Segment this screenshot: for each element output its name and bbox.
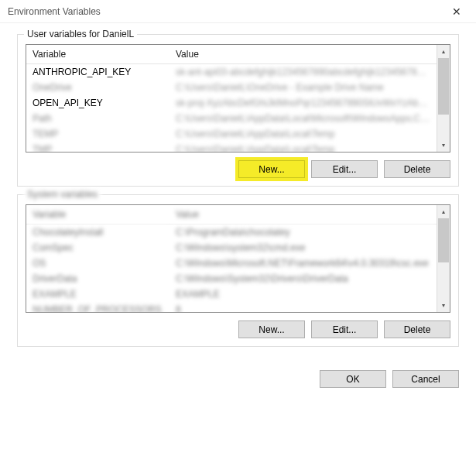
row-value: 8 <box>170 302 437 312</box>
system-variables-table-wrap: Variable Value ChocolateyInstallC:\Progr… <box>26 204 450 313</box>
user-variables-group: User variables for DanielL Variable Valu… <box>17 34 459 187</box>
table-row[interactable]: NUMBER_OF_PROCESSORS8 <box>26 302 437 312</box>
table-row[interactable]: OPEN_API_KEYsk-proj-XyzAbcDefGhiJklMnoPq… <box>26 95 437 111</box>
row-value: sk-proj-XyzAbcDefGhiJklMnoPqr1234567890S… <box>170 95 437 111</box>
table-row[interactable]: EXAMPLEEXAMPLE <box>26 286 437 302</box>
cancel-button[interactable]: Cancel <box>392 370 459 388</box>
system-delete-button[interactable]: Delete <box>384 320 450 338</box>
system-scrollbar[interactable]: ▴ ▾ <box>437 205 450 312</box>
column-header-variable[interactable]: Variable <box>26 205 170 224</box>
row-variable: DriverData <box>26 271 170 286</box>
table-row[interactable]: ChocolateyInstallC:\ProgramData\chocolat… <box>26 224 437 241</box>
row-value: C:\ProgramData\chocolatey <box>170 224 437 241</box>
scroll-thumb[interactable] <box>438 218 449 262</box>
row-variable: Path <box>26 111 170 126</box>
system-variables-table: Variable Value ChocolateyInstallC:\Progr… <box>26 205 437 312</box>
row-variable: NUMBER_OF_PROCESSORS <box>26 302 170 312</box>
table-row[interactable]: ANTHROPIC_API_KEYsk-ant-api03-abcdefghij… <box>26 64 437 81</box>
close-icon: ✕ <box>452 5 461 18</box>
row-variable: ANTHROPIC_API_KEY <box>26 64 170 81</box>
row-value: C:\Windows\System32\Drivers\DriverData <box>170 271 437 286</box>
system-edit-button[interactable]: Edit... <box>311 320 378 338</box>
user-variables-table-wrap: Variable Value ANTHROPIC_API_KEYsk-ant-a… <box>26 44 450 153</box>
row-value: C:\Users\DanielL\AppData\Local\Temp <box>170 126 437 142</box>
scroll-up-icon[interactable]: ▴ <box>437 45 450 58</box>
row-variable: TMP <box>26 142 170 152</box>
scroll-thumb[interactable] <box>438 58 449 115</box>
titlebar: Environment Variables ✕ <box>0 0 476 23</box>
row-value: C:\Windows\system32\cmd.exe <box>170 240 437 255</box>
system-button-row: New... Edit... Delete <box>26 320 450 338</box>
row-variable: OPEN_API_KEY <box>26 95 170 111</box>
table-row[interactable]: TMPC:\Users\DanielL\AppData\Local\Temp <box>26 142 437 152</box>
table-row[interactable]: PathC:\Users\DanielL\AppData\Local\Micro… <box>26 111 437 126</box>
user-edit-button[interactable]: Edit... <box>311 160 378 178</box>
scroll-up-icon[interactable]: ▴ <box>437 205 450 218</box>
row-variable: OneDrive <box>26 80 170 95</box>
scroll-track[interactable] <box>437 58 450 139</box>
close-button[interactable]: ✕ <box>442 2 471 21</box>
table-header-row: Variable Value <box>26 205 437 224</box>
row-value: C:\Users\DanielL\AppData\Local\Temp <box>170 142 437 152</box>
row-value: sk-ant-api03-abcdefghijk1234567890abcdef… <box>170 64 437 81</box>
dialog-footer: OK Cancel <box>0 364 476 399</box>
scroll-down-icon[interactable]: ▾ <box>437 299 450 312</box>
table-row[interactable]: OSC:\Windows\Microsoft.NET\Framework64\v… <box>26 255 437 271</box>
system-new-button[interactable]: New... <box>238 320 305 338</box>
system-group-legend: System variables <box>24 189 101 200</box>
row-value: C:\Users\DanielL\AppData\Local\Microsoft… <box>170 111 437 126</box>
scroll-track[interactable] <box>437 218 450 299</box>
row-variable: OS <box>26 255 170 271</box>
content-area: User variables for DanielL Variable Valu… <box>0 23 476 364</box>
table-header-row: Variable Value <box>26 45 437 64</box>
system-variables-table-scroll: Variable Value ChocolateyInstallC:\Progr… <box>26 205 437 312</box>
row-variable: ChocolateyInstall <box>26 224 170 241</box>
user-variables-table-scroll: Variable Value ANTHROPIC_API_KEYsk-ant-a… <box>26 45 437 152</box>
user-group-legend: User variables for DanielL <box>24 29 137 39</box>
table-row[interactable]: DriverDataC:\Windows\System32\Drivers\Dr… <box>26 271 437 286</box>
row-value: C:\Windows\Microsoft.NET\Framework64\v4.… <box>170 255 437 271</box>
user-button-row: New... Edit... Delete <box>26 160 450 178</box>
column-header-value[interactable]: Value <box>170 45 437 64</box>
table-row[interactable]: OneDriveC:\Users\DanielL\OneDrive - Exam… <box>26 80 437 95</box>
user-variables-table: Variable Value ANTHROPIC_API_KEYsk-ant-a… <box>26 45 437 152</box>
column-header-variable[interactable]: Variable <box>26 45 170 64</box>
scroll-down-icon[interactable]: ▾ <box>437 139 450 152</box>
table-row[interactable]: TEMPC:\Users\DanielL\AppData\Local\Temp <box>26 126 437 142</box>
row-variable: TEMP <box>26 126 170 142</box>
row-value: C:\Users\DanielL\OneDrive - Example Driv… <box>170 80 437 95</box>
user-delete-button[interactable]: Delete <box>384 160 450 178</box>
table-row[interactable]: ComSpecC:\Windows\system32\cmd.exe <box>26 240 437 255</box>
ok-button[interactable]: OK <box>320 370 386 388</box>
row-variable: ComSpec <box>26 240 170 255</box>
system-variables-group: System variables Variable Value Chocolat… <box>17 194 459 347</box>
window-title: Environment Variables <box>8 6 101 17</box>
user-new-button[interactable]: New... <box>238 160 305 178</box>
row-value: EXAMPLE <box>170 286 437 302</box>
user-scrollbar[interactable]: ▴ ▾ <box>437 45 450 152</box>
row-variable: EXAMPLE <box>26 286 170 302</box>
column-header-value[interactable]: Value <box>170 205 437 224</box>
